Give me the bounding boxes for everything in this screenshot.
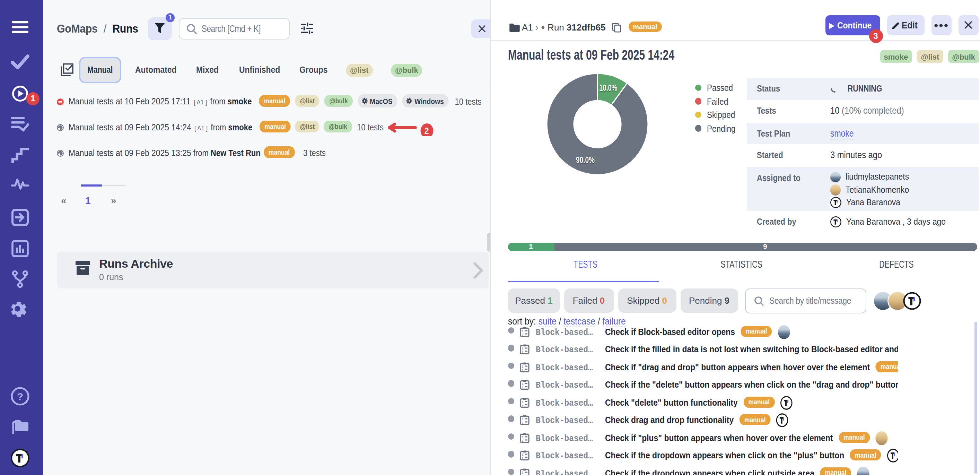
svg-text:10.0%: 10.0% (599, 83, 617, 93)
svg-text:1: 1 (522, 454, 523, 457)
svg-text:1: 1 (522, 436, 523, 439)
svg-text:z: z (522, 351, 523, 354)
svg-text:?: ? (17, 391, 23, 402)
svg-text:1: 1 (522, 418, 523, 422)
svg-text:z: z (522, 457, 523, 460)
svg-text:1: 1 (522, 471, 523, 475)
svg-text:1: 1 (522, 347, 523, 351)
svg-text:90.0%: 90.0% (576, 155, 595, 165)
svg-text:1: 1 (522, 400, 523, 403)
svg-text:z: z (522, 368, 523, 372)
svg-text:1: 1 (522, 365, 523, 368)
svg-text:1: 1 (522, 329, 523, 333)
svg-text:z: z (522, 403, 523, 407)
svg-text:z: z (522, 386, 523, 389)
svg-text:z: z (522, 439, 523, 442)
svg-text:1: 1 (522, 383, 523, 386)
svg-text:z: z (522, 421, 523, 425)
svg-text:z: z (522, 333, 523, 336)
